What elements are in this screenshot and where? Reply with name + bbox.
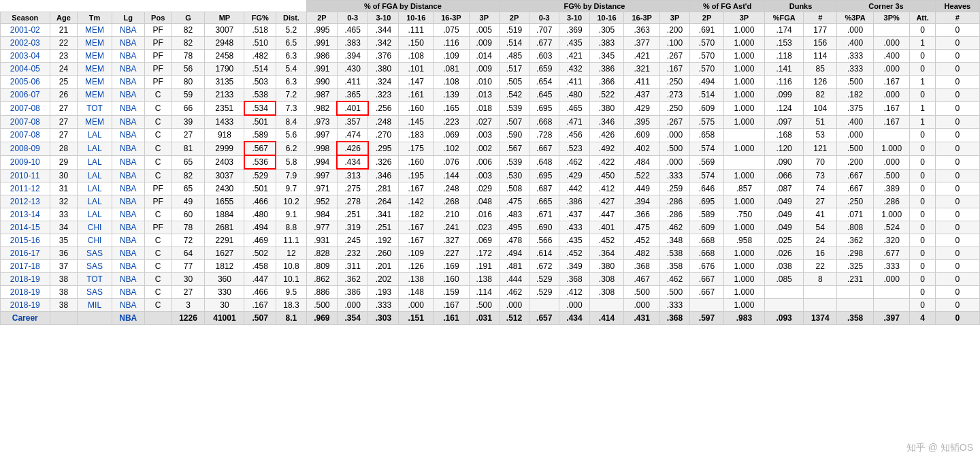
fg310-cell: .369 (559, 24, 589, 37)
heaves-cell: 0 (935, 155, 979, 169)
fg310-cell: .471 (559, 115, 589, 129)
fg03-cell: .677 (529, 37, 559, 50)
astd3p-cell: 1.000 (723, 50, 764, 63)
table-row: 2007-0827TOTNBAC662351.5347.3.982.401.25… (1, 101, 980, 115)
pct2p-cell: .991 (306, 37, 337, 50)
col-dunk-pct: %FGA (764, 12, 803, 24)
pct310-cell: .341 (368, 208, 399, 221)
season-cell: 2017-18 (1, 260, 50, 273)
fg310-cell: .429 (559, 169, 589, 182)
heaves-cell: 0 (935, 76, 979, 89)
pct310-cell: .346 (368, 169, 399, 182)
c3pct-cell: .333 (837, 50, 874, 63)
c3pctpct-cell: .400 (874, 50, 910, 63)
age-cell: 38 (50, 273, 78, 286)
fg3p-cell: .333 (659, 169, 689, 182)
fg03-cell: .671 (529, 208, 559, 221)
heaves-cell: 0 (935, 182, 979, 195)
league-cell: NBA (112, 24, 144, 37)
astd3p-cell: 1.000 (723, 247, 764, 260)
pct03-cell: .474 (337, 129, 368, 142)
pct03-cell: .278 (337, 195, 368, 208)
mp-cell: 41001 (205, 312, 244, 325)
league-cell: NBA (112, 312, 144, 325)
fgpct-cell: .501 (244, 182, 276, 195)
col-lg: Lg (112, 12, 144, 24)
c3pctpct-cell: .500 (874, 169, 910, 182)
fg03-cell: .728 (529, 129, 559, 142)
pct1016-cell: .126 (399, 260, 434, 273)
dunks-cell: 16 (804, 247, 837, 260)
fg1016-cell: .401 (589, 221, 624, 234)
c3att-cell: 0 (910, 142, 935, 155)
dunks-cell: 41 (804, 208, 837, 221)
c3att-cell: 0 (910, 195, 935, 208)
c3pct-cell: .325 (837, 260, 874, 273)
fg310-cell: .465 (559, 101, 589, 115)
heaves-cell: 0 (935, 234, 979, 247)
dunks-cell: 177 (804, 24, 837, 37)
pct163p-cell: .116 (434, 37, 469, 50)
fg2p-cell: .567 (499, 142, 529, 155)
pct03-cell: .251 (337, 208, 368, 221)
table-row: CareerNBA122641001.5078.1.969.354.303.15… (1, 312, 980, 325)
dunks-cell: 121 (804, 142, 837, 155)
c3pct-cell: .500 (837, 142, 874, 155)
astd3p-cell (723, 155, 764, 169)
age-cell: 35 (50, 234, 78, 247)
c3pctpct-cell: .167 (874, 115, 910, 129)
fg2p-cell: .478 (499, 234, 529, 247)
team-cell: LAL (78, 182, 112, 195)
mp-cell: 30 (205, 299, 244, 312)
astd2p-cell: .574 (690, 142, 724, 155)
mp-cell: 3007 (205, 24, 244, 37)
c3pctpct-cell: .000 (874, 155, 910, 169)
fg3p-cell: .250 (659, 76, 689, 89)
dunkpct-cell: .168 (764, 129, 803, 142)
pct3p-fga-cell: .005 (469, 24, 499, 37)
col-fg-16-3p: 16-3P (624, 12, 659, 24)
pos-cell: PF (144, 195, 172, 208)
heaves-cell: 0 (935, 273, 979, 286)
fg3p-cell: .333 (659, 299, 689, 312)
fg163p-cell: .467 (624, 273, 659, 286)
astd2p-cell: .609 (690, 221, 724, 234)
pct2p-cell: .931 (306, 234, 337, 247)
pct1016-cell: .167 (399, 234, 434, 247)
c3att-cell: 0 (910, 89, 935, 102)
fg1016-cell: .427 (589, 195, 624, 208)
fg03-cell: .668 (529, 115, 559, 129)
pct1016-cell: .167 (399, 182, 434, 195)
fg163p-cell: .437 (624, 89, 659, 102)
fg1016-cell: .364 (589, 247, 624, 260)
fg310-cell: .432 (559, 63, 589, 76)
table-row: 2011-1231LALNBAPF652430.5019.7.971.275.2… (1, 182, 980, 195)
dunkpct-cell: .099 (764, 89, 803, 102)
fg310-cell: .368 (559, 273, 589, 286)
pct163p-cell: .109 (434, 50, 469, 63)
season-cell: 2008-09 (1, 142, 50, 155)
team-cell: MEM (78, 50, 112, 63)
astd3p-cell: 1.000 (723, 115, 764, 129)
pct03-cell: .275 (337, 182, 368, 195)
g-cell: 49 (172, 195, 205, 208)
mp-cell: 2291 (205, 234, 244, 247)
astd2p-cell: .667 (690, 286, 724, 299)
fg310-cell: .421 (559, 50, 589, 63)
dunks-cell (804, 299, 837, 312)
fg1016-cell: .380 (589, 101, 624, 115)
fg1016-cell: .345 (589, 50, 624, 63)
col-2p: 2P (306, 12, 337, 24)
pct3p-fga-cell: .010 (469, 76, 499, 89)
pct1016-cell: .142 (399, 195, 434, 208)
fg310-cell: .442 (559, 182, 589, 195)
astd3p-cell: 1.000 (723, 195, 764, 208)
mp-cell: 2681 (205, 221, 244, 234)
pct3p-fga-cell: .009 (469, 63, 499, 76)
heaves-cell: 0 (935, 195, 979, 208)
dunks-cell: 1374 (804, 312, 837, 325)
col-fg-3-10: 3-10 (559, 12, 589, 24)
league-cell: NBA (112, 101, 144, 115)
pct03-cell: .401 (337, 101, 368, 115)
pct310-cell: .295 (368, 142, 399, 155)
